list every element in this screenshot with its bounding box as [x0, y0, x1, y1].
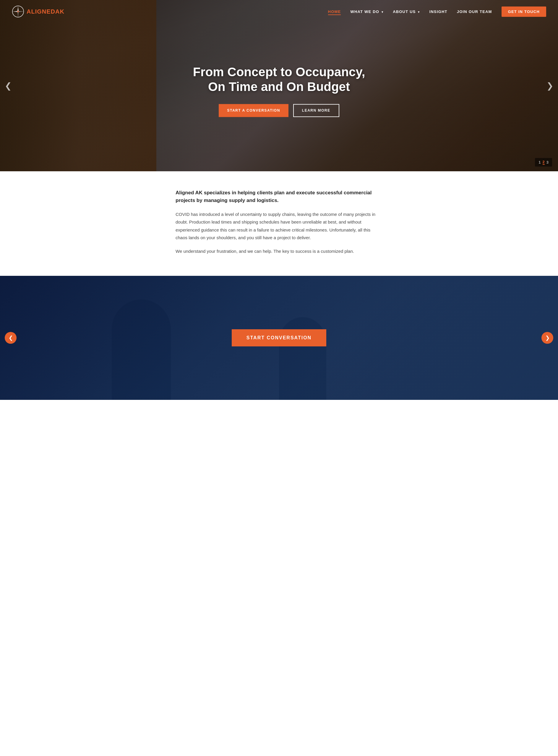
nav-cta-get-in-touch[interactable]: GET IN TOUCH	[502, 9, 546, 14]
nav-item-join-our-team[interactable]: JOIN OUR TEAM	[457, 9, 492, 14]
logo[interactable]: ALIGNEDAK	[12, 5, 65, 18]
slide-indicator-2[interactable]: 2	[542, 160, 545, 165]
hero-title: From Concept to Occupancy, On Time and O…	[0, 65, 558, 94]
chevron-left-icon: ❮	[8, 334, 13, 341]
second-next-arrow[interactable]: ❯	[541, 332, 553, 344]
logo-text: ALIGNEDAK	[27, 8, 65, 15]
nav-item-insight[interactable]: INSIGHT	[429, 9, 448, 14]
nav-item-about-us[interactable]: ABOUT US ▾	[393, 9, 420, 14]
about-section: Aligned AK specializes in helping client…	[146, 171, 412, 276]
hero-buttons: START A CONVERSATION LEARN MORE	[0, 104, 558, 117]
hero-content: From Concept to Occupancy, On Time and O…	[0, 65, 558, 117]
compass-logo-icon	[12, 5, 24, 18]
chevron-down-icon: ▾	[382, 10, 383, 14]
chevron-down-icon: ▾	[418, 10, 420, 14]
nav-menu: HOME WHAT WE DO ▾ ABOUT US ▾ INSIGHT JOI…	[328, 9, 546, 14]
hero-next-arrow[interactable]: ❯	[547, 81, 553, 91]
about-bold-text: Aligned AK specializes in helping client…	[176, 189, 382, 204]
chevron-right-icon: ❯	[545, 334, 550, 341]
second-hero-arrows: ❮ ❯	[0, 332, 558, 344]
svg-point-7	[18, 11, 19, 12]
chevron-right-icon: ❯	[547, 81, 553, 90]
slide-indicators: 1 2 3	[535, 158, 552, 167]
about-paragraph-2: We understand your frustration, and we c…	[176, 247, 382, 255]
navigation: ALIGNEDAK HOME WHAT WE DO ▾ ABOUT US ▾ I…	[0, 0, 558, 23]
nav-item-home[interactable]: HOME	[328, 9, 341, 14]
hero-prev-arrow[interactable]: ❮	[5, 81, 11, 91]
second-prev-arrow[interactable]: ❮	[5, 332, 17, 344]
learn-more-button[interactable]: LEARN MORE	[293, 104, 339, 117]
slide-indicator-3[interactable]: 3	[547, 160, 549, 164]
chevron-left-icon: ❮	[5, 81, 11, 90]
slide-indicator-1[interactable]: 1	[538, 160, 540, 164]
start-conversation-button[interactable]: START A CONVERSATION	[219, 104, 288, 117]
second-hero-section: START CONVERSATION ❮ ❯	[0, 276, 558, 400]
hero-section: ❮ From Concept to Occupancy, On Time and…	[0, 0, 558, 171]
nav-item-what-we-do[interactable]: WHAT WE DO ▾	[350, 9, 383, 14]
about-paragraph-1: COVID has introduced a level of uncertai…	[176, 211, 382, 242]
